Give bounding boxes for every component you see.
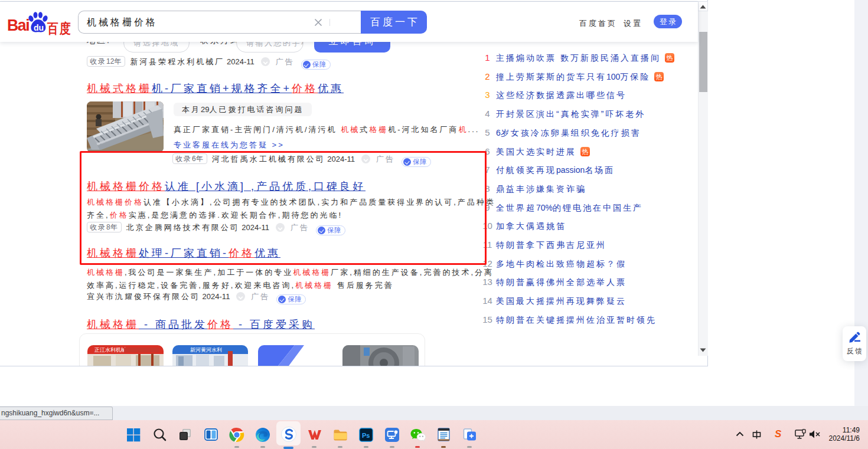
svg-text:正江水利机械: 正江水利机械 xyxy=(94,347,126,353)
svg-text:du: du xyxy=(34,23,44,32)
svg-text:新河黄河水利: 新河黄河水利 xyxy=(190,347,222,353)
svg-text:Ps: Ps xyxy=(362,432,370,439)
